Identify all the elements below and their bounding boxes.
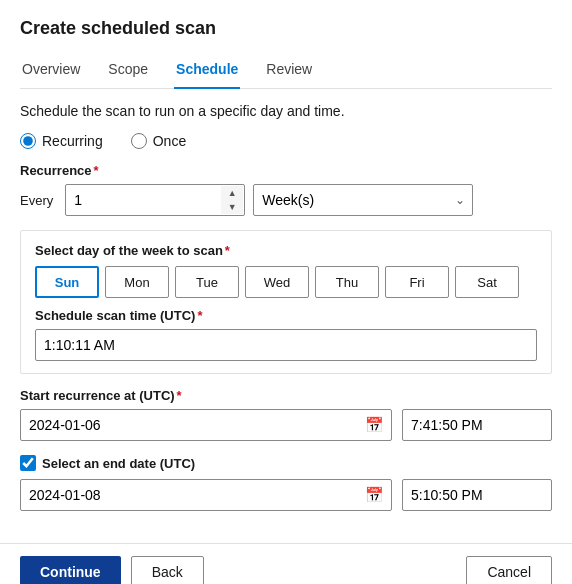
- day-sat-button[interactable]: Sat: [455, 266, 519, 298]
- recurrence-required: *: [94, 163, 99, 178]
- start-date-wrapper: 📅: [20, 409, 392, 441]
- back-button[interactable]: Back: [131, 556, 204, 584]
- recurring-label: Recurring: [42, 133, 103, 149]
- tab-bar: Overview Scope Schedule Review: [20, 55, 552, 89]
- period-select-wrapper: Week(s) Day(s) Month(s) ⌄: [253, 184, 473, 216]
- end-date-checkbox-label[interactable]: Select an end date (UTC): [42, 456, 195, 471]
- day-of-week-required: *: [225, 243, 230, 258]
- scan-time-input[interactable]: [35, 329, 537, 361]
- once-radio-label[interactable]: Once: [131, 133, 186, 149]
- start-recurrence-required: *: [177, 388, 182, 403]
- scan-time-label: Schedule scan time (UTC)*: [35, 308, 537, 323]
- recurrence-number-wrapper: ▲ ▼: [65, 184, 245, 216]
- start-recurrence-row: 📅: [20, 409, 552, 441]
- end-date-checkbox-row: Select an end date (UTC): [20, 455, 552, 471]
- start-date-input[interactable]: [20, 409, 392, 441]
- once-radio[interactable]: [131, 133, 147, 149]
- recurring-radio-label[interactable]: Recurring: [20, 133, 103, 149]
- page-title: Create scheduled scan: [20, 18, 552, 39]
- recurrence-field-label: Recurrence*: [20, 163, 552, 178]
- day-thu-button[interactable]: Thu: [315, 266, 379, 298]
- day-fri-button[interactable]: Fri: [385, 266, 449, 298]
- spinner-down-button[interactable]: ▼: [221, 200, 243, 214]
- once-label: Once: [153, 133, 186, 149]
- description-text: Schedule the scan to run on a specific d…: [20, 103, 552, 119]
- day-wed-button[interactable]: Wed: [245, 266, 309, 298]
- start-recurrence-label: Start recurrence at (UTC)*: [20, 388, 552, 403]
- cancel-button[interactable]: Cancel: [466, 556, 552, 584]
- recurrence-row: Every ▲ ▼ Week(s) Day(s) Month(s) ⌄: [20, 184, 552, 216]
- day-tue-button[interactable]: Tue: [175, 266, 239, 298]
- period-select[interactable]: Week(s) Day(s) Month(s): [253, 184, 473, 216]
- continue-button[interactable]: Continue: [20, 556, 121, 584]
- end-date-checkbox[interactable]: [20, 455, 36, 471]
- tab-review[interactable]: Review: [264, 55, 314, 89]
- footer-left-buttons: Continue Back: [20, 556, 204, 584]
- start-time-input[interactable]: [402, 409, 552, 441]
- day-mon-button[interactable]: Mon: [105, 266, 169, 298]
- every-label: Every: [20, 193, 53, 208]
- day-of-week-section: Select day of the week to scan* Sun Mon …: [20, 230, 552, 374]
- end-date-input[interactable]: [20, 479, 392, 511]
- end-date-wrapper: 📅: [20, 479, 392, 511]
- end-date-row: 📅: [20, 479, 552, 511]
- tab-schedule[interactable]: Schedule: [174, 55, 240, 89]
- recurrence-number-input[interactable]: [65, 184, 245, 216]
- tab-overview[interactable]: Overview: [20, 55, 82, 89]
- day-of-week-label: Select day of the week to scan*: [35, 243, 537, 258]
- recurring-radio[interactable]: [20, 133, 36, 149]
- recurrence-type-group: Recurring Once: [20, 133, 552, 149]
- spinner-buttons: ▲ ▼: [221, 186, 243, 214]
- end-date-section: Select an end date (UTC) 📅: [20, 455, 552, 511]
- scan-time-required: *: [197, 308, 202, 323]
- spinner-up-button[interactable]: ▲: [221, 186, 243, 200]
- footer: Continue Back Cancel: [0, 543, 572, 584]
- day-sun-button[interactable]: Sun: [35, 266, 99, 298]
- tab-scope[interactable]: Scope: [106, 55, 150, 89]
- end-time-input[interactable]: [402, 479, 552, 511]
- days-row: Sun Mon Tue Wed Thu Fri Sat: [35, 266, 537, 298]
